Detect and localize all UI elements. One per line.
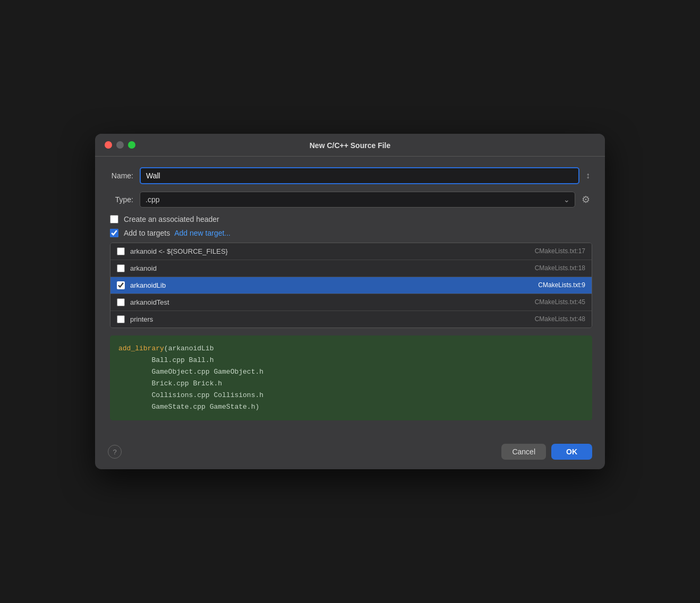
maximize-button[interactable] xyxy=(128,141,135,149)
code-line-1: add_library(arkanoidLib xyxy=(118,343,584,355)
code-normal-4: Brick.cpp Brick.h xyxy=(118,380,222,387)
close-button[interactable] xyxy=(105,141,112,149)
add-to-targets-label: Add to targets xyxy=(124,229,170,237)
target-3-name: arkanoidLib xyxy=(130,281,538,289)
type-row: Type: .cpp .c .h .hpp ⚙ xyxy=(108,192,592,208)
target-5-file: CMakeLists.txt:48 xyxy=(535,315,585,323)
target-5-checkbox[interactable] xyxy=(117,315,125,323)
code-normal-1: (arkanoidLib xyxy=(164,344,214,352)
code-preview: add_library(arkanoidLib Ball.cpp Ball.h … xyxy=(110,335,592,421)
sort-icon-button[interactable]: ↕ xyxy=(584,169,592,183)
target-2-checkbox[interactable] xyxy=(117,264,125,272)
target-2-file: CMakeLists.txt:18 xyxy=(535,264,585,272)
dialog: New C/C++ Source File Name: ↕ Type: .cpp… xyxy=(95,134,605,470)
target-4-checkbox[interactable] xyxy=(117,298,125,306)
name-input-wrapper: ↕ xyxy=(140,167,592,184)
traffic-lights xyxy=(105,141,135,149)
target-3-checkbox[interactable] xyxy=(117,281,125,289)
code-normal-3: GameObject.cpp GameObject.h xyxy=(118,368,263,376)
targets-list: arkanoid <- ${SOURCE_FILES} CMakeLists.t… xyxy=(110,243,592,328)
target-item: arkanoid <- ${SOURCE_FILES} CMakeLists.t… xyxy=(110,243,592,260)
target-4-file: CMakeLists.txt:45 xyxy=(535,298,585,306)
footer: ? Cancel OK xyxy=(95,438,605,469)
add-new-target-link[interactable]: Add new target... xyxy=(174,229,231,237)
target-item: printers CMakeLists.txt:48 xyxy=(110,311,592,328)
minimize-button[interactable] xyxy=(116,141,124,149)
dialog-title: New C/C++ Source File xyxy=(310,141,391,150)
code-line-3: GameObject.cpp GameObject.h xyxy=(118,366,584,378)
target-item: arkanoid CMakeLists.txt:18 xyxy=(110,260,592,277)
type-select[interactable]: .cpp .c .h .hpp xyxy=(140,192,575,208)
add-to-targets-checkbox[interactable] xyxy=(110,229,118,237)
code-normal-6: GameState.cpp GameState.h) xyxy=(118,403,259,411)
create-header-row: Create an associated header xyxy=(108,215,592,223)
name-row: Name: ↕ xyxy=(108,167,592,184)
code-normal-2: Ball.cpp Ball.h xyxy=(118,356,214,364)
cancel-button[interactable]: Cancel xyxy=(501,444,546,460)
target-1-file: CMakeLists.txt:17 xyxy=(535,247,585,255)
target-item: arkanoidTest CMakeLists.txt:45 xyxy=(110,294,592,311)
target-5-name: printers xyxy=(130,315,535,323)
code-normal-5: Collisions.cpp Collisions.h xyxy=(118,391,263,399)
titlebar: New C/C++ Source File xyxy=(95,134,605,156)
code-line-4: Brick.cpp Brick.h xyxy=(118,378,584,390)
name-label: Name: xyxy=(108,171,140,180)
name-input[interactable] xyxy=(140,167,579,184)
type-select-wrapper: .cpp .c .h .hpp ⚙ xyxy=(140,192,592,208)
type-label: Type: xyxy=(108,195,140,204)
code-line-5: Collisions.cpp Collisions.h xyxy=(118,390,584,401)
ok-button[interactable]: OK xyxy=(551,444,592,460)
create-header-checkbox[interactable] xyxy=(110,215,118,223)
footer-buttons: Cancel OK xyxy=(501,444,592,460)
add-to-targets-row: Add to targets Add new target... xyxy=(108,229,592,237)
target-1-name: arkanoid <- ${SOURCE_FILES} xyxy=(130,247,535,255)
help-button[interactable]: ? xyxy=(108,445,122,459)
gear-button[interactable]: ⚙ xyxy=(579,192,592,208)
type-select-container: .cpp .c .h .hpp xyxy=(140,192,575,208)
content-area: Name: ↕ Type: .cpp .c .h .hpp ⚙ xyxy=(95,157,605,439)
code-line-2: Ball.cpp Ball.h xyxy=(118,355,584,366)
target-1-checkbox[interactable] xyxy=(117,247,125,255)
target-4-name: arkanoidTest xyxy=(130,298,535,306)
target-3-file: CMakeLists.txt:9 xyxy=(538,281,585,289)
target-item-selected[interactable]: arkanoidLib CMakeLists.txt:9 xyxy=(110,277,592,294)
code-keyword-1: add_library xyxy=(118,344,164,352)
code-line-6: GameState.cpp GameState.h) xyxy=(118,401,584,413)
target-2-name: arkanoid xyxy=(130,264,535,272)
create-header-label: Create an associated header xyxy=(124,215,219,223)
